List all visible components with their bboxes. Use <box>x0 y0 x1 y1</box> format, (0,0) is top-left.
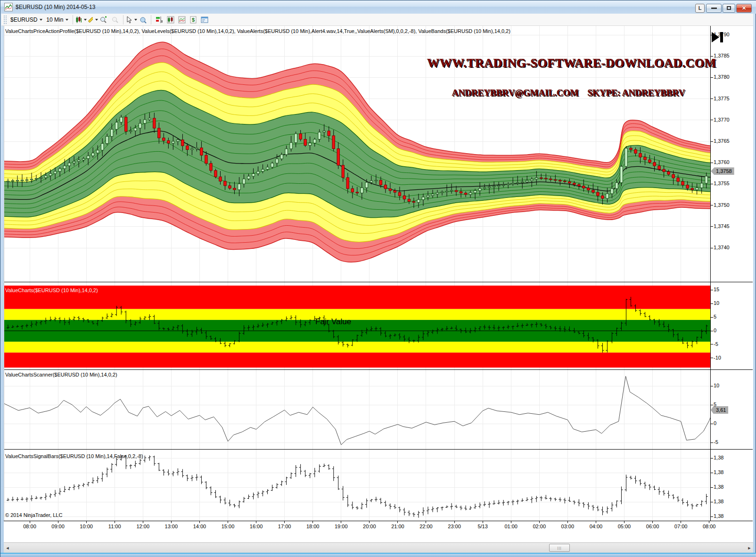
scanner-panel-label: ValueChartsScanner($EURUSD (10 Min),14,0… <box>5 372 117 377</box>
time-tick-label: 15:00 <box>222 524 235 529</box>
price-panel-indicator-label: ValueChartsPriceActionProfile($EURUSD (1… <box>5 28 656 34</box>
time-tick-label: 03:00 <box>561 524 575 529</box>
axis-tick-label: 1,38 <box>714 499 723 504</box>
axis-tick-label: 1,3750 <box>714 202 730 208</box>
axis-tick-label: 1,3770 <box>714 117 730 123</box>
time-tick-label: 23:00 <box>448 524 461 529</box>
signalbars-panel[interactable] <box>7 455 708 517</box>
fair-value-annotation: Fair Value <box>315 317 351 327</box>
time-tick-label: 5/13 <box>477 524 487 529</box>
valuecharts-panel[interactable] <box>4 286 710 368</box>
last-price-tag: 1,3758 <box>711 167 734 175</box>
axis-tick-label: 1,3765 <box>714 138 730 144</box>
watermark-line1: WWW.TRADING-SOFTWARE-DOWNLOAD.COM <box>427 56 710 70</box>
time-tick-label: 12:00 <box>137 524 150 529</box>
time-tick-label: 08:00 <box>23 524 36 529</box>
axis-tick-label: 1,3755 <box>714 180 730 186</box>
time-tick-label: 09:00 <box>51 524 65 529</box>
time-tick-label: 20:00 <box>363 524 376 529</box>
scanner-panel[interactable] <box>3 376 714 445</box>
time-tick-label: 07:00 <box>674 524 688 529</box>
axis-tick-label: 1,3775 <box>714 96 730 101</box>
scroll-right-arrow[interactable]: ► <box>746 543 753 553</box>
axis-tick-label: 10 <box>714 300 719 306</box>
time-tick-label: 14:00 <box>193 524 206 529</box>
axis-tick-label: 15 <box>714 287 719 292</box>
valuecharts-panel-label: ValueCharts($EURUSD (10 Min),14,0,2) <box>5 287 98 293</box>
time-tick-label: 21:00 <box>391 524 404 529</box>
time-tick-label: 11:00 <box>108 524 121 529</box>
time-tick-label: 02:00 <box>533 524 546 529</box>
axis-tick-label: 1,38 <box>714 513 723 519</box>
time-tick-label: 01:00 <box>504 524 518 529</box>
axis-tick-label: 1,3780 <box>714 74 730 80</box>
scroll-left-arrow[interactable]: ◄ <box>4 543 11 553</box>
time-tick-label: 08:00 <box>703 524 716 529</box>
axis-tick-label: -5 <box>714 439 718 445</box>
chart-window: $EURUSD (10 Min) 2014-05-13 L ✕ $EURUSD … <box>0 0 756 557</box>
axis-tick-label: 1,38 <box>714 455 723 460</box>
axis-tick-label: -5 <box>714 341 718 347</box>
axis-tick-label: 10 <box>714 383 719 388</box>
axis-tick-label: 1,3790 <box>714 32 730 37</box>
scanner-value-tag: 3,61 <box>711 406 728 414</box>
time-tick-label: 05:00 <box>618 524 631 529</box>
horizontal-scrollbar[interactable]: ◄ ||| ► <box>4 542 753 553</box>
status-bar <box>0 553 756 557</box>
time-tick-label: 16:00 <box>250 524 263 529</box>
axis-tick-label: 1,3740 <box>714 245 730 250</box>
time-tick-label: 19:00 <box>335 524 348 529</box>
time-tick-label: 18:00 <box>306 524 320 529</box>
axis-tick-label: 1,3745 <box>714 223 730 229</box>
axis-tick-label: 0 <box>714 328 716 333</box>
time-tick-label: 13:00 <box>165 524 178 529</box>
scrollbar-thumb[interactable]: ||| <box>549 544 570 552</box>
axis-tick-label: 1,38 <box>714 469 723 475</box>
axis-tick-label: 1,38 <box>714 484 723 490</box>
time-tick-label: 06:00 <box>646 524 659 529</box>
watermark: WWW.TRADING-SOFTWARE-DOWNLOAD.COM ANDREY… <box>427 39 710 115</box>
axis-tick-label: 1,3760 <box>714 159 730 165</box>
time-tick-label: 10:00 <box>80 524 93 529</box>
axis-tick-label: -10 <box>714 355 721 360</box>
axis-tick-label: 5 <box>714 314 716 319</box>
copyright-label: © 2014 NinjaTrader, LLC <box>5 512 62 518</box>
axis-tick-label: 1,3785 <box>714 53 730 58</box>
time-tick-label: 04:00 <box>590 524 603 529</box>
signalbars-panel-label: ValueChartsSignalBars($EURUSD (10 Min),1… <box>5 453 143 459</box>
time-tick-label: 22:00 <box>419 524 433 529</box>
axis-tick-label: 5 <box>714 401 716 407</box>
watermark-line2: ANDREYBBRV@GMAIL.COM SKYPE: ANDREYBBRV <box>427 88 710 98</box>
time-tick-label: 17:00 <box>278 524 291 529</box>
axis-tick-label: 0 <box>714 420 716 426</box>
